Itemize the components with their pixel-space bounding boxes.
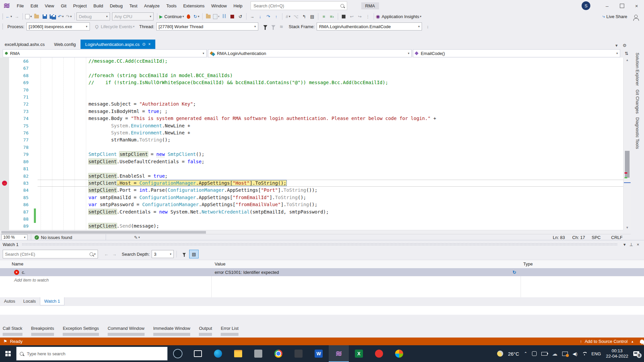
application-insights-dropdown[interactable]: ◉ Application Insights▾ — [376, 13, 422, 20]
code-line[interactable] — [38, 65, 623, 72]
tool-tab-call-stack[interactable]: Call Stack — [3, 324, 22, 338]
code-line[interactable]: //foreach (string bccEmailId in model.BC… — [38, 72, 623, 79]
code-line[interactable]: message.IsBodyHtml = true; ; — [38, 108, 623, 115]
filter-disabled-icon[interactable] — [270, 23, 277, 30]
tab-autos[interactable]: Autos — [0, 297, 19, 305]
code-line[interactable]: smtpClient.UseDefaultCredentials = false… — [38, 158, 623, 165]
close-button[interactable]: × — [629, 0, 644, 11]
tab-locals[interactable]: Locals — [19, 297, 40, 305]
taskbar-search-input[interactable]: Type here to search — [16, 347, 168, 361]
toolbar-grip[interactable] — [2, 23, 3, 29]
menu-help[interactable]: Help — [230, 0, 246, 11]
menu-git[interactable]: Git — [57, 0, 70, 11]
minimize-button[interactable]: – — [600, 0, 614, 11]
flag-threads-icon[interactable]: ≋ — [278, 23, 285, 30]
tab-excelupload-ashx-cs[interactable]: excelUpload.ashx.cs — [0, 40, 49, 49]
extension-icon[interactable] — [340, 13, 347, 20]
code-line[interactable]: var smtpEmailId = ConfigurationManager.A… — [38, 194, 623, 201]
comment-lines-icon[interactable]: #▾ — [284, 13, 292, 20]
account-avatar[interactable]: S — [582, 1, 590, 10]
excel-icon[interactable]: X — [349, 345, 369, 362]
watch-search-input[interactable]: Search (Ctrl+E) ▾ — [3, 250, 98, 258]
member-dropdown[interactable]: EmailCode()▾ — [413, 49, 620, 57]
column-header-name[interactable]: Name — [12, 261, 23, 266]
visual-studio-icon[interactable]: ≋ — [329, 345, 349, 362]
onedrive-cloud-icon[interactable]: ☁ — [552, 351, 557, 357]
live-share-button[interactable]: ⤷ Live Share — [603, 13, 627, 20]
continue-button[interactable]: ▶ Continue▾ — [159, 13, 184, 20]
code-line[interactable]: //message.CC.Add(ccEmailId); — [38, 58, 623, 65]
process-dropdown[interactable]: [19060] iisexpress.exe▾ — [26, 22, 90, 31]
column-header-value[interactable]: Value — [215, 261, 225, 266]
show-hidden-icons-chevron[interactable]: ⌃ — [524, 351, 527, 356]
close-tab-icon[interactable]: × — [148, 42, 151, 47]
stack-frame-dropdown[interactable]: RMA.LoginAuthentication.EmailCode▾ — [317, 22, 422, 31]
action-center-icon[interactable]: 8 — [633, 351, 639, 356]
code-map-icon[interactable]: ▤ — [309, 13, 316, 20]
navigate-back-icon[interactable]: ←▾ — [5, 13, 12, 20]
code-line[interactable]: strRanNum.ToString(); — [38, 136, 623, 143]
menu-edit[interactable]: Edit — [27, 0, 41, 11]
side-tab-solution-explorer[interactable]: Solution Explorer — [635, 53, 640, 86]
code-line[interactable]: smtpClient.Port = int.Parse(Configuratio… — [38, 187, 623, 194]
code-line[interactable]: var smtpPassword = ConfigurationManager.… — [38, 201, 623, 208]
side-tab-git-changes[interactable]: Git Changes — [635, 89, 640, 114]
search-forward-icon[interactable]: → — [111, 250, 118, 258]
open-file-icon[interactable] — [33, 13, 40, 20]
add-to-source-control-button[interactable]: Add to Source Control — [585, 339, 628, 344]
notifications-bell-icon[interactable] — [640, 340, 644, 343]
code-line[interactable] — [38, 86, 623, 94]
hot-reload-icon[interactable] — [185, 13, 192, 20]
thread-dropdown[interactable]: [27780] Worker Thread▾ — [156, 22, 258, 31]
search-depth-dropdown[interactable]: 3▾ — [152, 250, 174, 258]
type-dropdown[interactable]: RMA.LoginAuthentication▾ — [208, 49, 412, 57]
start-button[interactable] — [0, 345, 16, 362]
add-watch-item-row[interactable]: Add item to watch — [0, 276, 644, 284]
source-control-caret-icon[interactable]: ▲ — [631, 340, 634, 343]
code-line[interactable] — [38, 216, 623, 223]
tab-web-config[interactable]: Web.config — [49, 40, 80, 49]
tab-watch-1[interactable]: Watch 1 — [40, 297, 64, 305]
menu-tools[interactable]: Tools — [163, 0, 180, 11]
watch-title-bar[interactable]: Watch 1 ▾ ⊥ × — [0, 240, 644, 248]
code-editor[interactable]: → 66676869707172737475767778798081828384… — [0, 58, 631, 230]
background-tasks-icon[interactable]: ⚑ — [3, 339, 7, 344]
restart-debugging-icon[interactable]: ↺ — [237, 13, 244, 20]
menu-extensions[interactable]: Extensions — [180, 0, 208, 11]
show-next-statement-icon[interactable]: → — [249, 13, 256, 20]
app-window-icon[interactable] — [248, 345, 268, 362]
find-in-files-icon[interactable] — [205, 13, 212, 20]
code-text-area[interactable]: //message.CC.Add(ccEmailId); //foreach (… — [38, 58, 623, 230]
breakpoint-margin[interactable]: → — [0, 58, 9, 230]
word-icon[interactable]: W — [309, 345, 329, 362]
format-values-icon[interactable]: ▤ — [189, 250, 199, 258]
add-user-icon[interactable] — [632, 13, 640, 20]
pointer-mode-icon[interactable]: ↰ — [301, 13, 308, 20]
pin-values-icon[interactable] — [180, 250, 189, 258]
solution-platform-dropdown[interactable]: Any CPU▾ — [112, 12, 154, 20]
code-line[interactable]: message.Subject = "Authorization Key"; — [38, 101, 623, 108]
code-line[interactable]: message.Body = "This is system generated… — [38, 115, 623, 122]
browser-icon[interactable] — [389, 345, 409, 362]
updown-icon[interactable]: ↕ — [424, 23, 431, 30]
tabstrip-settings-icon[interactable]: ⚙ — [621, 42, 628, 49]
code-line[interactable] — [38, 165, 623, 172]
temperature-label[interactable]: 26°C — [508, 351, 519, 357]
uncomment-lines-icon[interactable]: ⌥ — [292, 13, 300, 20]
navigate-forward-icon[interactable]: → — [13, 13, 20, 20]
rotation-lock-icon[interactable] — [532, 351, 537, 356]
refresh-icon[interactable]: ↻ — [513, 270, 516, 275]
overflow-icon[interactable]: ⋮ — [364, 13, 372, 20]
tab-loginauthentication-aspx-cs[interactable]: LoginAuthentication.aspx.cs⊙× — [80, 40, 155, 49]
menu-test[interactable]: Test — [126, 0, 141, 11]
split-window-icon[interactable]: ⇅ — [623, 50, 630, 57]
tool-tab-exception-settings[interactable]: Exception Settings — [63, 324, 99, 338]
code-line[interactable]: System.Environment.NewLine + — [38, 122, 623, 129]
keyboard-forward-icon[interactable]: ↪ — [356, 13, 364, 20]
restart-app-icon[interactable]: ↻▾ — [193, 13, 200, 20]
tool-tab-error-list[interactable]: Error List — [221, 324, 238, 338]
search-back-icon[interactable]: ← — [103, 250, 110, 258]
menu-debug[interactable]: Debug — [106, 0, 126, 11]
screen-share-icon[interactable] — [562, 352, 568, 356]
tool-tab-command-window[interactable]: Command Window — [108, 324, 145, 338]
